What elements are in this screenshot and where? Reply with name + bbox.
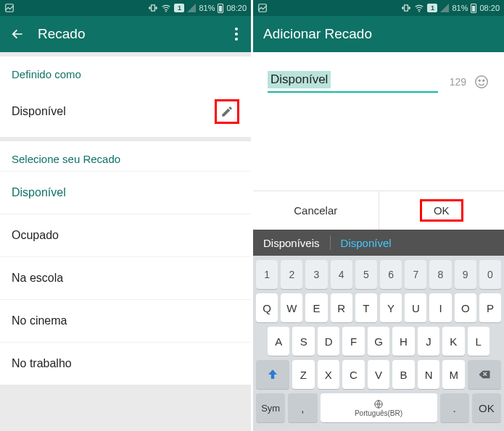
char-counter: 129 [450, 76, 466, 88]
key-7[interactable]: 7 [405, 260, 426, 289]
battery-icon [218, 4, 223, 13]
status-input[interactable]: Disponível [268, 71, 438, 93]
page-title: Recado [38, 26, 219, 42]
key-p[interactable]: P [479, 293, 501, 322]
suggestion-bar: Disponíveis Disponível [253, 230, 504, 256]
key-1[interactable]: 1 [256, 260, 278, 289]
edit-status-button[interactable] [215, 99, 239, 124]
key-0[interactable]: 0 [479, 260, 501, 289]
key-h[interactable]: H [392, 327, 414, 356]
status-bar: 1 81% 08:20 [0, 0, 251, 16]
clock: 08:20 [479, 4, 500, 12]
key-d[interactable]: D [318, 327, 339, 356]
comma-key[interactable]: , [288, 393, 317, 422]
key-l[interactable]: L [468, 327, 489, 356]
vibrate-icon [401, 3, 411, 13]
key-t[interactable]: T [355, 293, 377, 322]
key-9[interactable]: 9 [455, 260, 476, 289]
select-status-header: Selecione seu Recado [0, 141, 251, 171]
list-item[interactable]: Na escola [0, 256, 251, 299]
key-5[interactable]: 5 [355, 260, 377, 289]
key-j[interactable]: J [418, 327, 439, 356]
app-bar: Recado [0, 16, 251, 52]
key-m[interactable]: M [442, 360, 465, 389]
dialog-buttons: Cancelar OK [253, 191, 504, 230]
space-key[interactable]: Português(BR) [321, 393, 437, 422]
key-c[interactable]: C [342, 360, 365, 389]
dialog-title: Adicionar Recado [263, 26, 494, 42]
sim-icon: 1 [174, 4, 184, 12]
wifi-icon [414, 3, 424, 13]
vibrate-icon [148, 3, 158, 13]
signal-icon [440, 4, 449, 12]
key-z[interactable]: Z [292, 360, 315, 389]
key-8[interactable]: 8 [429, 260, 451, 289]
key-q[interactable]: Q [256, 293, 278, 322]
key-r[interactable]: R [331, 293, 352, 322]
key-v[interactable]: V [368, 360, 390, 389]
svg-rect-0 [6, 4, 14, 12]
separator [330, 235, 331, 250]
key-w[interactable]: W [281, 293, 302, 322]
left-screen: 1 81% 08:20 Recado Definido como Disponí… [0, 0, 251, 431]
globe-icon [373, 399, 384, 409]
suggestion-item[interactable]: Disponíveis [263, 237, 320, 249]
list-item[interactable]: Disponível [0, 171, 251, 214]
key-4[interactable]: 4 [331, 260, 352, 289]
overflow-menu-icon[interactable] [232, 25, 241, 43]
defined-as-header: Definido como [0, 57, 251, 86]
current-status-row[interactable]: Disponível [0, 86, 251, 137]
battery-icon [471, 4, 476, 13]
shift-icon [266, 368, 279, 381]
svg-point-3 [419, 11, 421, 12]
picture-icon [257, 3, 268, 13]
keyboard: Disponíveis Disponível 1 2 3 4 5 6 7 8 9 [253, 230, 504, 431]
status-bar: 1 81% 08:20 [253, 0, 504, 16]
picture-icon [4, 3, 15, 13]
key-u[interactable]: U [405, 293, 426, 322]
suggestion-item[interactable]: Disponível [341, 237, 392, 249]
key-g[interactable]: G [368, 327, 389, 356]
key-n[interactable]: N [418, 360, 440, 389]
svg-point-4 [476, 76, 488, 88]
backspace-icon [478, 368, 491, 381]
key-a[interactable]: A [268, 327, 289, 356]
svg-rect-2 [259, 4, 267, 12]
status-list: Selecione seu Recado Disponível Ocupado … [0, 141, 251, 385]
list-item[interactable]: No cinema [0, 299, 251, 342]
signal-icon [187, 4, 196, 12]
key-b[interactable]: B [392, 360, 415, 389]
current-status-text: Disponível [12, 105, 215, 118]
shift-key[interactable] [256, 360, 289, 389]
emoji-icon[interactable] [474, 74, 489, 90]
pencil-icon [220, 105, 234, 118]
sym-key[interactable]: Sym [256, 393, 285, 422]
key-f[interactable]: F [342, 327, 364, 356]
ok-button[interactable]: OK [379, 191, 505, 230]
key-o[interactable]: O [455, 293, 476, 322]
key-2[interactable]: 2 [281, 260, 302, 289]
key-i[interactable]: I [429, 293, 451, 322]
edit-area: Disponível 129 Cancelar OK Disponíveis D… [253, 52, 504, 431]
key-6[interactable]: 6 [380, 260, 402, 289]
ok-key[interactable]: OK [472, 393, 501, 422]
right-screen: 1 81% 08:20 Adicionar Recado Disponível … [253, 0, 504, 431]
sim-icon: 1 [427, 4, 437, 12]
key-k[interactable]: K [442, 327, 464, 356]
back-icon[interactable] [10, 27, 25, 41]
key-x[interactable]: X [318, 360, 340, 389]
key-s[interactable]: S [292, 327, 314, 356]
key-e[interactable]: E [305, 293, 327, 322]
wifi-icon [161, 3, 171, 13]
list-item[interactable]: Ocupado [0, 214, 251, 256]
cancel-button[interactable]: Cancelar [253, 191, 379, 230]
app-bar: Adicionar Recado [253, 16, 504, 52]
list-item[interactable]: No trabalho [0, 342, 251, 385]
battery-percent: 81% [452, 4, 468, 12]
key-y[interactable]: Y [380, 293, 402, 322]
period-key[interactable]: . [440, 393, 469, 422]
battery-percent: 81% [199, 4, 215, 12]
backspace-key[interactable] [468, 360, 501, 389]
svg-point-5 [479, 80, 480, 81]
key-3[interactable]: 3 [305, 260, 327, 289]
